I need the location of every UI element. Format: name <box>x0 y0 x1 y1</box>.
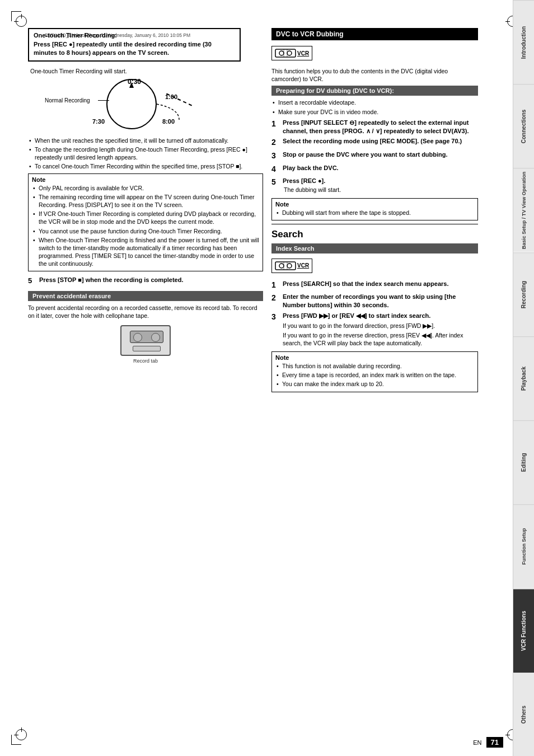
en-label: EN <box>473 739 481 746</box>
record-tab-label: Record tab <box>28 358 263 364</box>
bullet-3: To cancel One-touch Timer Recording with… <box>28 162 263 170</box>
dvc-note-list: Dubbing will start from where the tape i… <box>275 209 474 217</box>
bullet-2: To change the recording length during On… <box>28 145 263 161</box>
dvc-bullets: Insert a recordable videotape. Make sure… <box>271 98 478 115</box>
search-title: Search <box>271 229 478 240</box>
dvc-step1-text: Press [INPUT SELECT ⊖] repeatedly to sel… <box>283 119 478 135</box>
idx-step1: 1 Press [SEARCH] so that the index searc… <box>271 280 478 291</box>
idx-note-0: This function is not available during re… <box>275 362 474 370</box>
dvc-step5-sub: The dubbing will start. <box>284 186 341 194</box>
note-item-0: Only PAL recording is available for VCR. <box>32 184 259 192</box>
sidebar-tab-others[interactable]: Others <box>513 673 534 756</box>
sidebar-tab-introduction[interactable]: Introduction <box>513 0 534 84</box>
dvc-step3-text: Stop or pause the DVC where you want to … <box>283 151 478 162</box>
vcr-icon-wrap: VCR <box>271 44 478 64</box>
dvc-step1: 1 Press [INPUT SELECT ⊖] repeatedly to s… <box>271 119 478 135</box>
vcr-icon2-svg <box>275 260 297 271</box>
index-search-title: Index Search <box>271 243 478 253</box>
idx-note-list: This function is not available during re… <box>275 362 474 388</box>
cassette-window <box>130 331 163 343</box>
one-touch-subtext: One-touch Timer Recording will start. <box>30 67 263 75</box>
idx-step2-text: Enter the number of recordings you want … <box>283 293 478 309</box>
dvc-step5: 5 Press [REC ●]. The dubbing will start. <box>271 177 478 195</box>
vcr-label: VCR <box>297 50 309 57</box>
sidebar-tab-recording[interactable]: Recording <box>513 252 534 336</box>
sidebar-tab-basic-setup[interactable]: Basic Setup / TV View Operation <box>513 168 534 252</box>
idx-step3-sub1: If you want to go in the forward directi… <box>283 322 478 330</box>
note-item-3: You cannot use the pause function during… <box>32 227 259 235</box>
svg-point-2 <box>279 51 284 55</box>
dvc-step4-num: 4 <box>271 164 280 175</box>
idx-note-2: You can make the index mark up to 20. <box>275 380 474 388</box>
right-sidebar: Introduction Connections Basic Setup / T… <box>513 0 534 756</box>
prevent-erasure-text: To prevent accidental recording on a rec… <box>28 304 263 320</box>
one-touch-instruction: Press [REC ●] repeatedly until the desir… <box>34 40 235 58</box>
dvc-step2-text: Select the recording mode using [REC MOD… <box>283 137 478 148</box>
dvc-step4: 4 Play back the DVC. <box>271 164 478 175</box>
step5-number: 5 <box>28 276 37 286</box>
dvc-step5-num: 5 <box>271 177 280 195</box>
prevent-erasure-title: Prevent accidental erasure <box>28 291 263 301</box>
prevent-erasure-section: Prevent accidental erasure To prevent ac… <box>28 291 263 364</box>
dvc-step1-num: 1 <box>271 119 280 135</box>
vcr-icon: VCR <box>271 46 312 60</box>
note-item-2: If VCR One-touch Timer Recording is comp… <box>32 210 259 226</box>
note-item-1: The remaining recording time will appear… <box>32 193 259 209</box>
idx-step3: 3 Press [FWD ▶▶] or [REV ◀◀] to start in… <box>271 312 478 349</box>
left-note-list: Only PAL recording is available for VCR.… <box>32 184 259 268</box>
left-note-title: Note <box>32 176 259 183</box>
svg-rect-6 <box>275 262 296 270</box>
idx-step2: 2 Enter the number of recordings you wan… <box>271 293 478 309</box>
search-section: Search Index Search VCR <box>271 229 478 392</box>
idx-step3-sub2: If you want to go in the reverse directi… <box>283 331 478 347</box>
cassette-container: Record tab <box>28 325 263 364</box>
dvc-note-0: Dubbing will start from where the tape i… <box>275 209 474 217</box>
svg-point-8 <box>287 264 292 268</box>
one-touch-title: One-touch Timer Recording: <box>34 32 235 39</box>
dvc-step5-text: Press [REC ●]. <box>283 177 325 184</box>
vcr-icon-svg <box>275 48 297 59</box>
timer-diagram: 0:30 1:00 8:00 7:30 Normal Recording <box>45 78 235 134</box>
idx-step1-num: 1 <box>271 280 280 291</box>
dvc-step5-content: Press [REC ●]. The dubbing will start. <box>283 177 341 195</box>
preparing-title: Preparing for DV dubbing (DVC to VCR): <box>271 86 478 96</box>
svg-marker-0 <box>129 82 134 88</box>
step5-item: 5 Press [STOP ■] when the recording is c… <box>28 276 263 286</box>
dvc-step4-text: Play back the DVC. <box>283 164 478 175</box>
idx-note-title: Note <box>275 354 474 361</box>
dvc-section: DVC to VCR Dubbing VCR This function hel… <box>271 28 478 220</box>
page-number: 71 <box>486 737 503 748</box>
left-note-box: Note Only PAL recording is available for… <box>28 173 263 272</box>
dvc-step3: 3 Stop or pause the DVC where you want t… <box>271 151 478 162</box>
vcr-icon2-wrap: VCR <box>271 256 478 276</box>
idx-step2-num: 2 <box>271 293 280 309</box>
index-search-section: Index Search VCR <box>271 243 478 392</box>
idx-note: Note This function is not available duri… <box>271 351 478 392</box>
idx-step3-content: Press [FWD ▶▶] or [REV ◀◀] to start inde… <box>283 312 478 349</box>
sidebar-tab-vcr-functions[interactable]: VCR Functions <box>513 589 534 673</box>
dvc-step3-num: 3 <box>271 151 280 162</box>
idx-step3-num: 3 <box>271 312 280 349</box>
svg-point-3 <box>287 51 292 55</box>
dvc-bullet-0: Insert a recordable videotape. <box>271 98 478 106</box>
svg-rect-1 <box>275 49 296 57</box>
timer-arc-svg <box>45 78 235 134</box>
one-touch-box: One-touch Timer Recording: Press [REC ●]… <box>28 28 241 62</box>
dvc-step2: 2 Select the recording mode using [REC M… <box>271 137 478 148</box>
sidebar-tab-function-setup[interactable]: Function Setup <box>513 504 534 588</box>
idx-step1-text: Press [SEARCH] so that the index search … <box>283 280 478 291</box>
one-touch-bullets: When the unit reaches the specified time… <box>28 137 263 171</box>
section-divider <box>271 224 478 224</box>
crosshair-tl <box>16 16 27 27</box>
dvc-note: Note Dubbing will start from where the t… <box>271 198 478 220</box>
sidebar-tab-playback[interactable]: Playback <box>513 336 534 420</box>
sidebar-tab-editing[interactable]: Editing <box>513 420 534 504</box>
idx-note-1: Every time a tape is recorded, an index … <box>275 371 474 379</box>
cassette-bottom <box>133 346 161 351</box>
dvc-note-title: Note <box>275 201 474 208</box>
step5-text: Press [STOP ■] when the recording is com… <box>39 276 263 286</box>
idx-step3-text: Press [FWD ▶▶] or [REV ◀◀] to start inde… <box>283 312 430 319</box>
vcr-icon2: VCR <box>271 259 312 273</box>
left-column: One-touch Timer Recording: Press [REC ●]… <box>28 28 263 728</box>
sidebar-tab-connections[interactable]: Connections <box>513 84 534 168</box>
